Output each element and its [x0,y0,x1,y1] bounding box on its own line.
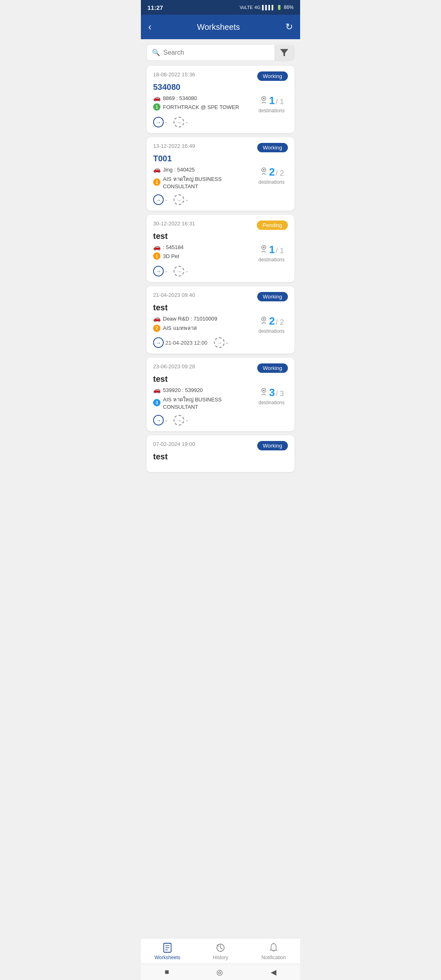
card-5-footer-right: → - [174,415,187,425]
card-1-location: FORTHTRACK @ SPE TOWER [163,104,239,110]
card-4-footer-left: → 21-04-2023 12:00 [153,337,207,348]
card-4-id: test [153,303,288,312]
battery-icon: 🔋 [276,5,282,10]
card-1-destinations: 1 / 1 destinations [255,94,288,114]
card-3-footer-right: → - [174,266,187,276]
card-3-footer-left: → - [153,266,167,276]
card-4-location: AIS แมทพลาส [163,324,197,332]
card-1-id: 534080 [153,82,288,92]
card-6-date: 07-02-2024 19:00 [153,441,195,447]
arrow-icon-left-5: → [153,415,164,425]
card-5-dest-label: destinations [258,400,285,405]
cards-container: 18-08-2022 15:36 Working 534080 🚗 8869 :… [141,66,300,509]
card-5-badge: Working [257,363,288,373]
card-3-destinations: 1 / 1 destinations [255,243,288,263]
svg-point-6 [263,247,265,248]
arrow-icon-right-3: → [174,266,184,276]
page-title: Worksheets [197,22,240,32]
card-2-badge: Working [257,143,288,152]
destination-icon-5 [259,387,268,396]
card-4-dest-current: 2 [269,315,275,327]
card-2-destinations: 2 / 2 destinations [255,166,288,185]
filter-icon [280,49,288,56]
wifi-icon: ▌▌▌▌ [262,5,275,10]
search-input[interactable] [163,49,270,56]
car-icon-4: 🚗 [153,315,160,322]
card-3-dest-total: / 1 [276,247,284,255]
card-3-badge: Pending [257,220,288,230]
worksheet-card-6[interactable]: 07-02-2024 19:00 Working test [147,435,294,472]
location-num-2: 2 [153,178,160,186]
card-1-badge: Working [257,71,288,81]
card-1-footer-left: → - [153,117,167,127]
card-1-date: 18-08-2022 15:36 [153,71,195,78]
arrow-icon-left-1: → [153,117,164,127]
signal-icon: 4G [254,5,261,10]
location-num-4: 2 [153,325,160,332]
destination-icon-2 [259,167,268,176]
card-4-dest-total: / 2 [276,318,284,327]
destination-icon-1 [259,95,268,104]
card-5-id: test [153,374,288,384]
search-input-wrapper: 🔍 [147,45,274,60]
card-2-dest-total: / 2 [276,169,284,178]
status-time: 11:27 [147,4,163,11]
card-5-dest-total: / 3 [276,390,284,398]
arrow-icon-left-4: → [153,337,164,348]
car-icon-1: 🚗 [153,94,160,102]
battery-text: 86% [284,4,294,10]
worksheet-card-4[interactable]: 21-04-2023 09:40 Working test 🚗 Deaw R&D… [147,286,294,354]
refresh-button[interactable]: ↻ [285,22,293,32]
search-icon: 🔍 [152,49,160,56]
card-2-footer-left: → - [153,194,167,205]
arrow-icon-right-1: → [174,117,184,127]
arrow-icon-left-3: → [153,266,164,276]
location-num-1: 1 [153,103,160,111]
svg-point-10 [263,390,265,391]
card-4-date: 21-04-2023 09:40 [153,292,195,298]
card-6-badge: Working [257,441,288,450]
svg-point-4 [263,169,265,171]
filter-button[interactable] [274,45,294,60]
card-5-dest-current: 3 [269,386,275,399]
card-4-vehicle: Deaw R&D : 71010009 [163,316,217,322]
arrow-icon-right-2: → [174,194,184,205]
search-bar: 🔍 [147,44,294,61]
status-bar: 11:27 VoLTE 4G ▌▌▌▌ 🔋 86% [141,0,300,15]
card-2-date: 13-12-2022 16:49 [153,143,195,149]
card-3-location: 3D Pet [163,253,179,259]
card-4-destinations: 2 / 2 destinations [255,315,288,334]
worksheet-card-5[interactable]: 23-06-2023 09:28 Working test 🚗 539920 :… [147,358,294,431]
destination-icon-4 [259,316,268,325]
network-icon: VoLTE [240,5,253,10]
card-4-footer-right: → - [214,337,228,348]
svg-point-2 [263,98,265,99]
card-3-vehicle: : 545184 [163,244,184,250]
worksheet-card-1[interactable]: 18-08-2022 15:36 Working 534080 🚗 8869 :… [147,66,294,133]
card-2-id: T001 [153,154,288,163]
card-5-destinations: 3 / 3 destinations [255,386,288,405]
card-3-dest-current: 1 [269,243,275,256]
card-4-dest-label: destinations [258,328,285,334]
car-icon-2: 🚗 [153,166,160,173]
back-button[interactable]: ‹ [148,21,151,33]
car-icon-3: 🚗 [153,243,160,251]
card-1-footer-right: → - [174,117,187,127]
card-5-location: AIS หาดใหญ่ BUSINESS CONSULTANT [163,395,255,410]
card-1-dest-total: / 1 [276,98,284,106]
arrow-icon-right-5: → [174,415,184,425]
card-2-vehicle: Jing : 540425 [163,167,195,173]
svg-marker-0 [280,49,288,56]
destination-icon-3 [259,244,268,253]
arrow-icon-left-2: → [153,194,164,205]
card-2-location: AIS หาดใหญ่ BUSINESS CONSULTANT [163,175,255,189]
card-3-id: test [153,232,288,241]
location-num-3: 1 [153,252,160,260]
card-2-footer-right: → - [174,194,187,205]
location-num-5: 3 [153,399,160,406]
card-1-dest-current: 1 [269,94,275,107]
worksheet-card-2[interactable]: 13-12-2022 16:49 Working T001 🚗 Jing : 5… [147,137,294,211]
arrow-icon-right-4: → [214,337,225,348]
worksheet-card-3[interactable]: 30-12-2022 16:31 Pending test 🚗 : 545184… [147,215,294,282]
car-icon-5: 🚗 [153,386,160,394]
